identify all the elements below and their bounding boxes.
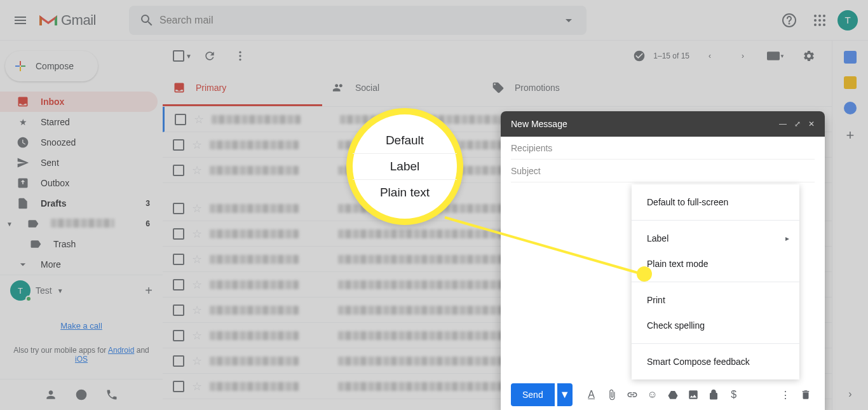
- menu-divider: [632, 220, 799, 221]
- star-button[interactable]: ☆: [192, 303, 202, 317]
- star-button[interactable]: ☆: [192, 202, 202, 215]
- link-button[interactable]: [623, 386, 641, 404]
- row-checkbox[interactable]: [173, 165, 184, 176]
- add-addon-button[interactable]: +: [846, 127, 855, 144]
- send-button[interactable]: Send: [511, 383, 555, 406]
- row-checkbox[interactable]: [173, 355, 184, 367]
- hangouts-avatar[interactable]: T: [10, 280, 31, 301]
- make-call-link[interactable]: Make a call: [10, 321, 153, 331]
- nav-custom-label[interactable]: ▼ 6: [0, 214, 158, 234]
- sender-blurred: [210, 255, 299, 264]
- compose-more-button[interactable]: ⋮: [776, 386, 794, 404]
- menu-label[interactable]: Label▸: [632, 226, 799, 251]
- android-link[interactable]: Android: [108, 346, 134, 355]
- tasks-addon[interactable]: [844, 102, 857, 114]
- star-button[interactable]: ☆: [194, 113, 204, 126]
- star-button[interactable]: ☆: [192, 227, 202, 241]
- dropdown-icon: ▼: [186, 53, 192, 60]
- discard-button[interactable]: [797, 386, 815, 404]
- svg-point-14: [239, 58, 241, 60]
- menu-smart-compose[interactable]: Smart Compose feedback: [632, 349, 799, 374]
- prev-page-button[interactable]: ‹: [697, 43, 722, 69]
- attach-button[interactable]: [603, 386, 621, 404]
- star-button[interactable]: ☆: [192, 329, 202, 343]
- subject-field[interactable]: Subject: [511, 160, 815, 182]
- row-checkbox[interactable]: [173, 330, 184, 341]
- emoji-button[interactable]: ☺: [644, 386, 661, 404]
- menu-spellcheck[interactable]: Check spelling: [632, 313, 799, 338]
- phone-tab[interactable]: [99, 385, 125, 405]
- calendar-addon[interactable]: [844, 51, 857, 64]
- tab-primary[interactable]: Primary: [163, 71, 322, 106]
- keep-addon[interactable]: [844, 76, 857, 89]
- select-all-checkbox[interactable]: ▼: [173, 50, 192, 62]
- nav-drafts[interactable]: Drafts 3: [0, 193, 158, 214]
- nav-more[interactable]: More: [0, 254, 158, 275]
- menu-fullscreen-default[interactable]: Default to full-screen: [632, 189, 799, 215]
- nav-trash[interactable]: Trash: [0, 234, 158, 254]
- chevron-down-icon[interactable]: ▼: [57, 287, 64, 294]
- next-page-button[interactable]: ›: [730, 43, 756, 69]
- fullscreen-button[interactable]: ⤢: [794, 120, 801, 128]
- main-menu-button[interactable]: [5, 5, 36, 36]
- support-button[interactable]: [776, 8, 802, 33]
- settings-button[interactable]: [796, 43, 822, 69]
- collapse-panel-button[interactable]: ›: [848, 388, 851, 400]
- search-input[interactable]: [159, 15, 556, 26]
- menu-plaintext[interactable]: Plain text mode: [632, 251, 799, 277]
- compose-button[interactable]: Compose: [5, 51, 98, 81]
- money-button[interactable]: $: [725, 386, 743, 404]
- minimize-button[interactable]: —: [779, 120, 787, 128]
- tab-promotions[interactable]: Promotions: [482, 71, 641, 106]
- sender-blurred: [210, 166, 299, 175]
- row-checkbox[interactable]: [173, 228, 184, 240]
- row-checkbox[interactable]: [175, 114, 186, 125]
- row-checkbox[interactable]: [173, 139, 184, 151]
- contacts-tab[interactable]: [38, 385, 64, 405]
- account-avatar[interactable]: T: [837, 10, 858, 31]
- apps-button[interactable]: [807, 8, 832, 33]
- nav-starred[interactable]: ★ Starred: [0, 112, 158, 132]
- compose-titlebar[interactable]: New Message — ⤢ ✕: [501, 111, 825, 137]
- star-button[interactable]: ☆: [192, 138, 202, 152]
- row-checkbox[interactable]: [173, 304, 184, 316]
- drive-button[interactable]: [664, 386, 682, 404]
- star-button[interactable]: ☆: [192, 163, 202, 177]
- refresh-button[interactable]: [197, 43, 222, 69]
- search-options-button[interactable]: [556, 8, 581, 33]
- nav-label: Drafts: [41, 198, 66, 208]
- nav-snoozed[interactable]: Snoozed: [0, 132, 158, 153]
- search-button[interactable]: [134, 8, 159, 33]
- row-checkbox[interactable]: [173, 381, 184, 392]
- star-button[interactable]: ☆: [192, 252, 202, 266]
- sender-blurred: [210, 140, 299, 149]
- nav-outbox[interactable]: Outbox: [0, 173, 158, 193]
- confidential-button[interactable]: [705, 386, 722, 404]
- paperclip-icon: [606, 389, 618, 400]
- photo-button[interactable]: [684, 386, 702, 404]
- outbox-icon: [17, 177, 29, 189]
- callout-target-dot: [637, 266, 652, 282]
- send-options-button[interactable]: ▼: [557, 383, 573, 406]
- formatting-button[interactable]: A: [583, 386, 600, 404]
- star-button[interactable]: ☆: [192, 379, 202, 393]
- new-chat-button[interactable]: +: [145, 284, 153, 298]
- hangouts-tab[interactable]: [69, 385, 94, 405]
- menu-print[interactable]: Print: [632, 287, 799, 313]
- more-button[interactable]: [227, 43, 253, 69]
- star-button[interactable]: ☆: [192, 354, 202, 368]
- side-panel: + ›: [832, 41, 868, 410]
- tab-social[interactable]: Social: [322, 71, 482, 106]
- nav-sent[interactable]: Sent: [0, 153, 158, 173]
- star-button[interactable]: ☆: [192, 278, 202, 292]
- nav-inbox[interactable]: Inbox: [0, 92, 158, 112]
- input-tools-button[interactable]: ▼: [763, 43, 789, 69]
- search-bar[interactable]: [129, 6, 587, 35]
- logo[interactable]: Gmail: [36, 12, 104, 29]
- close-button[interactable]: ✕: [808, 120, 815, 128]
- ios-link[interactable]: iOS: [75, 355, 88, 364]
- row-checkbox[interactable]: [173, 254, 184, 265]
- recipients-field[interactable]: Recipients: [511, 137, 815, 160]
- row-checkbox[interactable]: [173, 203, 184, 214]
- row-checkbox[interactable]: [173, 279, 184, 290]
